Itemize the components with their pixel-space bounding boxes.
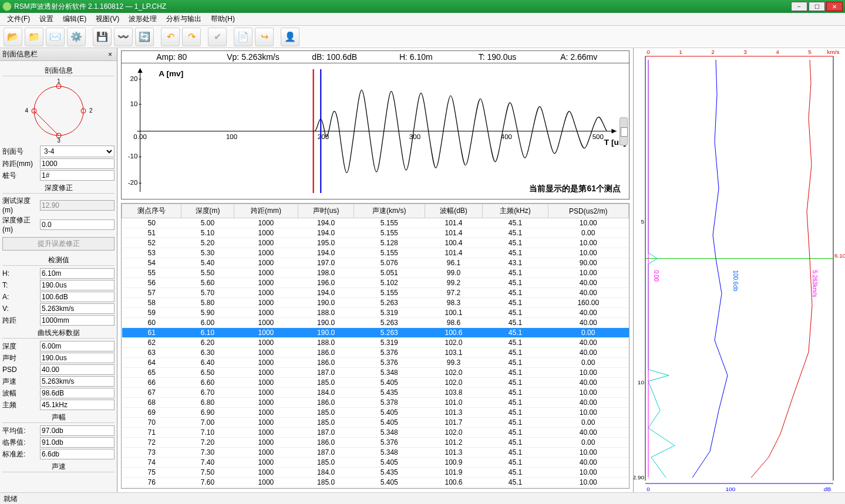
table-row[interactable]: 515.101000194.05.155101.445.10.00 bbox=[122, 228, 629, 238]
table-row[interactable]: 616.101000190.05.263100.645.10.00 bbox=[122, 328, 629, 338]
rect-icon[interactable]: 📄 bbox=[234, 28, 253, 46]
detect-a[interactable] bbox=[40, 292, 115, 302]
table-header[interactable]: PSD(us2/m) bbox=[548, 204, 628, 218]
side-panel: 剖面信息栏 × 剖面信息 1 2 3 4 剖面号 3-4 跨距(mm) 桩号 bbox=[0, 48, 117, 492]
table-row[interactable]: 525.201000195.05.128100.445.110.00 bbox=[122, 238, 629, 248]
svg-text:100: 100 bbox=[226, 134, 237, 141]
error-correction-button[interactable]: 提升误差修正 bbox=[2, 237, 115, 251]
wave-vp: Vp: 5.263km/s bbox=[213, 52, 294, 62]
gear-icon[interactable]: ⚙️ bbox=[67, 28, 86, 46]
amp-std[interactable] bbox=[40, 449, 115, 459]
svg-text:12.90: 12.90 bbox=[634, 474, 644, 481]
pile-input[interactable] bbox=[40, 170, 115, 181]
table-row[interactable]: 707.001000185.05.405101.745.10.00 bbox=[122, 418, 629, 428]
table-row[interactable]: 636.301000186.05.376103.145.140.00 bbox=[122, 348, 629, 358]
table-row[interactable]: 626.201000188.05.319102.045.140.00 bbox=[122, 338, 629, 348]
wave-icon[interactable]: 〰️ bbox=[114, 28, 133, 46]
cursor-time[interactable] bbox=[40, 353, 115, 363]
table-row[interactable]: 767.601000185.05.405100.645.110.00 bbox=[122, 478, 629, 488]
detect-span[interactable] bbox=[40, 315, 115, 326]
wave-db: dB: 100.6dB bbox=[294, 52, 375, 62]
table-header[interactable]: 主频(kHz) bbox=[483, 204, 548, 218]
table-row[interactable]: 535.301000194.05.155101.445.110.00 bbox=[122, 248, 629, 258]
amplitude-slider[interactable] bbox=[620, 117, 628, 146]
svg-text:0: 0 bbox=[647, 49, 650, 55]
share-icon[interactable]: ↪ bbox=[255, 28, 274, 46]
svg-text:2: 2 bbox=[89, 107, 93, 114]
wave-header: Amp: 80 Vp: 5.263km/s dB: 100.6dB H: 6.1… bbox=[121, 50, 629, 63]
detect-h[interactable] bbox=[40, 268, 115, 279]
menu-edit[interactable]: 编辑(E) bbox=[58, 14, 91, 24]
table-row[interactable]: 737.301000187.05.348101.345.110.00 bbox=[122, 448, 629, 458]
table-row[interactable]: 585.801000190.05.26398.345.1160.00 bbox=[122, 298, 629, 308]
table-header[interactable]: 深度(m) bbox=[181, 204, 234, 218]
table-row[interactable]: 727.201000186.05.376101.245.10.00 bbox=[122, 438, 629, 448]
cursor-amp[interactable] bbox=[40, 388, 115, 398]
mail-icon[interactable]: ✉️ bbox=[46, 28, 65, 46]
status-bar: 就绪 bbox=[0, 492, 845, 504]
svg-text:10: 10 bbox=[638, 379, 645, 385]
cursor-depth[interactable] bbox=[40, 341, 115, 351]
svg-text:400: 400 bbox=[501, 134, 512, 141]
data-table[interactable]: 测点序号深度(m)跨距(mm)声时(us)声速(km/s)波幅(dB)主频(kH… bbox=[121, 203, 629, 489]
waveform-plot[interactable]: A [mv] T [us] 20 10 -10 -20 0.00 100 200… bbox=[121, 63, 629, 199]
minimize-button[interactable]: − bbox=[791, 2, 807, 11]
menu-analysis[interactable]: 分析与输出 bbox=[161, 14, 206, 24]
menu-settings[interactable]: 设置 bbox=[35, 14, 58, 24]
side-panel-close-icon[interactable]: × bbox=[106, 50, 115, 59]
menu-file[interactable]: 文件(F) bbox=[2, 14, 35, 24]
table-row[interactable]: 757.501000184.05.435101.945.110.00 bbox=[122, 468, 629, 478]
depth-profile-panel[interactable]: 0 1 2 3 4 5 km/s 5 10 12.90 6.10m 0.00 1… bbox=[634, 48, 845, 492]
table-row[interactable]: 717.101000187.05.348102.045.140.00 bbox=[122, 428, 629, 438]
menu-waveform[interactable]: 波形处理 bbox=[124, 14, 161, 24]
span-input[interactable] bbox=[40, 158, 115, 169]
detect-v[interactable] bbox=[40, 303, 115, 314]
table-row[interactable]: 646.401000186.05.37699.345.10.00 bbox=[122, 358, 629, 368]
table-row[interactable]: 656.501000187.05.348102.045.110.00 bbox=[122, 368, 629, 378]
close-button[interactable]: ✕ bbox=[826, 2, 843, 11]
table-row[interactable]: 747.401000185.05.405100.945.140.00 bbox=[122, 458, 629, 468]
table-row[interactable]: 565.601000196.05.10299.245.140.00 bbox=[122, 278, 629, 288]
table-row[interactable]: 595.901000188.05.319100.145.140.00 bbox=[122, 308, 629, 318]
save-icon[interactable]: 💾 bbox=[93, 28, 112, 46]
table-row[interactable]: 575.701000194.05.15597.245.140.00 bbox=[122, 288, 629, 298]
menu-view[interactable]: 视图(V) bbox=[91, 14, 124, 24]
table-header[interactable]: 声速(km/s) bbox=[354, 204, 425, 218]
maximize-button[interactable]: ☐ bbox=[809, 2, 825, 11]
table-row[interactable]: 676.701000184.05.435103.845.110.00 bbox=[122, 388, 629, 398]
open-icon[interactable]: 📂 bbox=[4, 28, 22, 46]
undo-icon[interactable]: ↶ bbox=[161, 28, 180, 46]
menu-help[interactable]: 帮助(H) bbox=[206, 14, 240, 24]
table-header[interactable]: 测点序号 bbox=[122, 204, 181, 218]
table-header[interactable]: 波幅(dB) bbox=[425, 204, 483, 218]
overlay-icon[interactable]: 🔄 bbox=[135, 28, 154, 46]
detect-t[interactable] bbox=[40, 280, 115, 290]
depth-corr-input[interactable] bbox=[40, 219, 115, 230]
svg-text:1: 1 bbox=[57, 79, 60, 84]
wave-h: H: 6.10m bbox=[375, 52, 457, 62]
redo-icon[interactable]: ↷ bbox=[182, 28, 201, 46]
table-row[interactable]: 505.001000194.05.155101.445.110.00 bbox=[122, 218, 629, 228]
table-row[interactable]: 666.601000185.05.405102.045.140.00 bbox=[122, 378, 629, 388]
user-icon[interactable]: 👤 bbox=[281, 28, 299, 46]
cursor-psd[interactable] bbox=[40, 364, 115, 375]
table-row[interactable]: 686.801000186.05.378101.045.140.00 bbox=[122, 398, 629, 408]
cursor-vel[interactable] bbox=[40, 376, 115, 387]
check-icon[interactable]: ✔ bbox=[208, 28, 227, 46]
table-row[interactable]: 606.001000190.05.26398.645.140.00 bbox=[122, 318, 629, 328]
app-icon bbox=[2, 2, 12, 11]
table-header[interactable]: 跨距(mm) bbox=[234, 204, 298, 218]
section-ampstat: 声幅 bbox=[2, 412, 115, 423]
table-row[interactable]: 545.401000197.05.07696.143.190.00 bbox=[122, 258, 629, 268]
amp-crit[interactable] bbox=[40, 437, 115, 448]
profile-select[interactable]: 3-4 bbox=[40, 146, 115, 157]
svg-point-0 bbox=[34, 86, 83, 136]
svg-text:4: 4 bbox=[25, 107, 28, 114]
cursor-freq[interactable] bbox=[40, 400, 115, 410]
open2-icon[interactable]: 📁 bbox=[25, 28, 43, 46]
table-header[interactable]: 声时(us) bbox=[298, 204, 354, 218]
table-row[interactable]: 555.501000198.05.05199.045.110.00 bbox=[122, 268, 629, 278]
section-profile-info: 剖面信息 bbox=[2, 66, 115, 76]
table-row[interactable]: 696.901000185.05.405101.345.110.00 bbox=[122, 408, 629, 418]
amp-avg[interactable] bbox=[40, 425, 115, 436]
